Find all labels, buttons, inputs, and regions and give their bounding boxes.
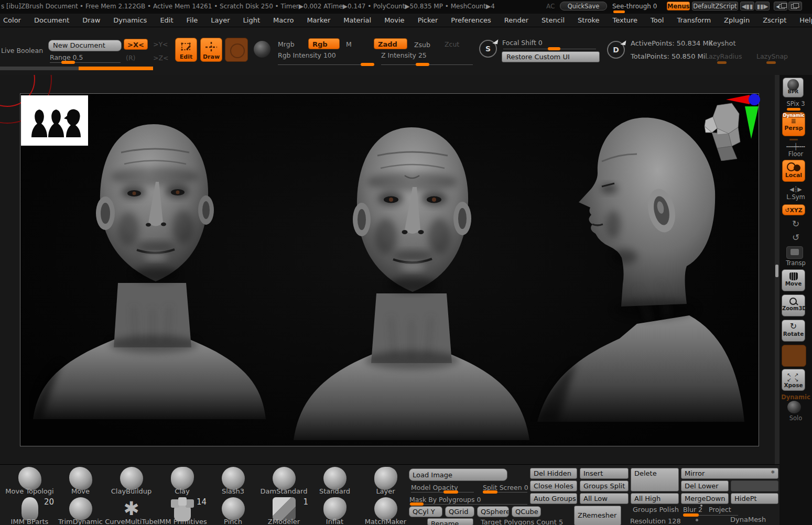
draw-size-icon[interactable]: D [607,41,625,59]
model-opacity-nub[interactable] [443,490,458,494]
menus-button[interactable]: Menus [667,2,690,10]
brush-item[interactable]: Move [55,466,106,495]
resolution-slider[interactable]: Resolution 128 [630,517,681,525]
brush-item[interactable]: TrimDynamic [55,496,106,525]
menu-item[interactable]: Render [504,16,528,24]
zsub-button[interactable]: Zsub [414,41,430,49]
divider-left-icon[interactable]: ◂ [774,2,787,10]
scale-button-disabled[interactable] [782,345,806,367]
blur-slider[interactable]: Blur 2 [683,506,702,513]
focal-shift-label[interactable]: Focal Shift 0 [502,39,543,47]
gizmo-z-axis[interactable] [749,94,760,105]
qcube-button[interactable]: QCube [512,506,541,517]
see-through-nub[interactable] [613,10,625,13]
z-intensity-label[interactable]: Z Intensity 25 [381,51,427,59]
xpose-button[interactable]: ↖ ↗↙ ↘ Xpose [782,369,805,391]
del-hidden-button[interactable]: Del Hidden [530,468,577,479]
split-screen-nub[interactable] [483,490,497,494]
target-polygons-slider[interactable]: Target Polygons Count 5 [481,518,563,525]
rotate-button[interactable]: ↻ Rotate [782,320,805,342]
rgb-intensity-track[interactable] [278,64,372,65]
menu-item[interactable]: Zplugin [724,16,750,24]
menu-item[interactable]: Preferences [451,16,491,24]
menu-item[interactable]: Zscript [763,16,786,24]
menu-item[interactable]: Tool [651,16,664,24]
zcut-button[interactable]: Zcut [445,40,459,48]
solo-button[interactable]: Solo [779,414,812,422]
brush-item[interactable]: Move Topologi [4,466,55,495]
lowpoly-head-preview[interactable] [701,102,742,161]
menu-item[interactable]: Material [343,16,371,24]
menu-item[interactable]: Light [243,16,260,24]
solo-sphere-icon[interactable] [787,401,801,413]
range-slider-label[interactable]: Range 0.5 [50,53,83,61]
dynamesh-button[interactable]: DynaMesh [730,516,766,523]
rotate-cw-icon[interactable]: ↻ [779,218,812,229]
divider-right-icon[interactable]: ▸ [788,2,802,10]
menu-item[interactable]: Edit [160,16,173,24]
bpr-button[interactable]: BPR [783,78,804,97]
menu-item[interactable]: Texture [613,16,638,24]
focal-shift-nub[interactable] [548,47,560,50]
z-intensity-nub[interactable] [416,63,429,66]
brush-item[interactable]: 14 IMM Primitives [157,496,208,525]
menu-item[interactable]: Picker [418,16,438,24]
restore-custom-ui-button[interactable]: Restore Custom UI [502,51,600,62]
brush-item[interactable]: Pinch [208,496,258,525]
brush-item[interactable]: Layer [360,466,411,495]
menu-item[interactable]: Dynamics [113,16,147,24]
close-holes-button[interactable]: Close Holes [530,480,577,491]
mirror-button[interactable]: Mirror✱ [681,468,778,479]
scroll-left-icon[interactable]: ◀▮▮ [740,2,754,10]
menu-item[interactable]: Movie [384,16,404,24]
menu-item[interactable]: Layer [211,16,230,24]
sym-r-button[interactable]: (R) [126,54,135,62]
zremesher-button[interactable]: ZRemesher [574,506,621,525]
sym-x-button[interactable]: >X< [124,39,148,50]
menu-item[interactable]: Transform [677,16,711,24]
sym-y-button[interactable]: >Y< [153,40,168,48]
brush-item[interactable]: Slash3 [208,466,258,495]
rgb-intensity-nub[interactable] [361,63,374,66]
edit-button[interactable]: Edit [175,38,197,62]
insert-button[interactable]: Insert [580,468,629,479]
brush-item[interactable]: ClayBuildup [106,466,157,495]
lazy-snap-slider[interactable]: LazySnap [756,52,788,60]
zoom3d-button[interactable]: Zoom3D [782,294,805,316]
local-button[interactable]: Local [782,160,805,182]
menu-item[interactable]: Marker [307,16,330,24]
groups-split-button[interactable]: Groups Split [580,480,629,491]
del-lower-button[interactable]: Del Lower [681,480,729,491]
rgb-intensity-label[interactable]: Rgb Intensity 100 [278,51,336,59]
brush-item[interactable]: Standard [309,466,360,495]
qgrid-button[interactable]: QGrid [445,506,474,517]
mask-by-polygroups-track[interactable] [409,504,527,505]
range-track[interactable] [50,62,121,63]
all-high-button[interactable]: All High [631,493,679,504]
brush-item[interactable]: ✱ CurveMultiTube [106,496,157,525]
lsym-button[interactable]: L.Sym [779,193,812,201]
menu-item[interactable]: Macro [273,16,294,24]
mergedown-button[interactable]: MergeDown [681,493,729,504]
brush-item[interactable]: 1 ZModeler [258,496,309,525]
gizmo-y-axis[interactable] [745,106,759,139]
scroll-right-icon[interactable]: ▮▮▶ [755,2,770,10]
qsphere-button[interactable]: QSphere [477,506,509,517]
keyshot-label[interactable]: Keyshot [709,39,736,47]
menu-item[interactable]: Stroke [578,16,599,24]
project-button[interactable]: Project [709,506,731,513]
qcyl-button[interactable]: QCyl Y [409,506,442,517]
mrgb-button[interactable]: Mrgb [278,40,295,48]
lazy-snap-nub[interactable] [766,61,776,64]
sym-z-button[interactable]: >Z< [153,54,169,62]
menu-item[interactable]: Draw [82,16,100,24]
zadd-button[interactable]: Zadd [374,38,407,49]
move-button[interactable]: Move [782,269,805,291]
xyz-button[interactable]: ↺XYZ [782,204,805,215]
divider-handle[interactable] [775,265,778,277]
draw-button[interactable]: Draw [200,38,222,62]
new-document-button[interactable]: New Document [48,40,122,51]
brush-item[interactable]: 20 IMM BParts [4,496,55,525]
sculpt-bust-left[interactable] [29,97,270,419]
spix-slider[interactable]: SPix 3 [779,100,812,107]
